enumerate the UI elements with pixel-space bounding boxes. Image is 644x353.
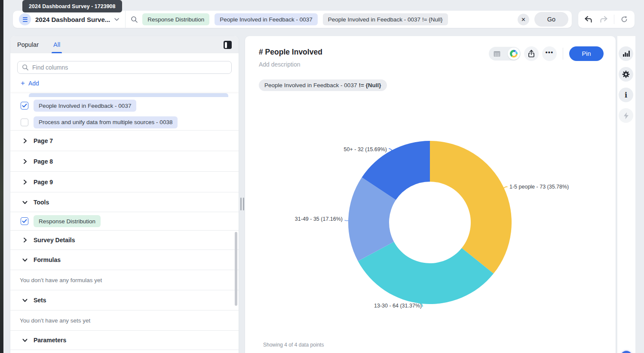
label-leader-line bbox=[344, 216, 350, 224]
chevron-right-icon bbox=[22, 237, 28, 243]
view-toggle bbox=[489, 47, 521, 61]
redo-icon[interactable] bbox=[598, 14, 609, 24]
panel-header: + Add bbox=[10, 53, 239, 92]
slice-label-1-5: 1-5 people - 73 (35.78%) bbox=[509, 184, 569, 190]
columns-panel: Popular All + Add People Inv bbox=[10, 36, 239, 353]
checkbox-unchecked[interactable] bbox=[21, 119, 28, 126]
toolbar-search[interactable]: Response Distribution People Involved in… bbox=[142, 13, 448, 25]
sidebar-section-parameters[interactable]: Parameters bbox=[10, 331, 239, 350]
chevron-right-icon bbox=[22, 159, 28, 164]
share-icon[interactable] bbox=[524, 46, 539, 61]
sidebar-section-formulas[interactable]: Formulas bbox=[10, 250, 239, 270]
formulas-empty-state: You don't have any formulas yet bbox=[10, 270, 239, 290]
checkbox-checked[interactable] bbox=[21, 102, 28, 110]
undo-icon[interactable] bbox=[583, 14, 594, 24]
column-row: Process and unify data from multiple sou… bbox=[10, 114, 239, 131]
chart-card: # People Involved Add description People… bbox=[245, 36, 616, 353]
workbook-title: 2024 Dashboard Surve... bbox=[35, 16, 110, 23]
right-rail: i bbox=[617, 36, 635, 353]
column-chip[interactable]: Response Distribution bbox=[34, 215, 101, 227]
toolbar-divider bbox=[563, 48, 563, 60]
chevron-down-icon bbox=[22, 298, 28, 303]
workbook-tooltip: 2024 Dashboard Survey - 1723908 bbox=[22, 0, 122, 12]
sidebar-section-page-8[interactable]: Page 8 bbox=[10, 151, 239, 172]
collapse-panel-icon[interactable] bbox=[224, 41, 232, 49]
desktop-edge bbox=[0, 0, 3, 353]
checkbox-checked[interactable] bbox=[21, 217, 28, 225]
add-column-button[interactable]: + Add bbox=[17, 74, 232, 92]
tab-all[interactable]: All bbox=[53, 36, 60, 53]
chart-title[interactable]: # People Involved bbox=[259, 48, 322, 57]
sidebar-section-sets[interactable]: Sets bbox=[10, 290, 239, 310]
find-columns-input[interactable] bbox=[32, 64, 227, 71]
column-chip[interactable]: People Involved in Feedback - 0037 bbox=[34, 100, 136, 112]
slice-label-50plus: 50+ - 32 (15.69%) bbox=[335, 146, 387, 152]
chevron-right-icon bbox=[22, 138, 28, 143]
bar-chart-icon[interactable] bbox=[619, 46, 633, 61]
panel-tabs: Popular All bbox=[10, 36, 239, 53]
slice-label-31-49: 31-49 - 35 (17.16%) bbox=[287, 216, 343, 222]
find-columns-box[interactable] bbox=[17, 61, 232, 74]
columns-list: People Involved in Feedback - 0037 Proce… bbox=[10, 97, 239, 353]
search-chip[interactable]: People Involved in Feedback - 0037 != {N… bbox=[323, 13, 448, 25]
sidebar-section-page-9[interactable]: Page 9 bbox=[10, 172, 239, 192]
slice-label-13-30: 13-30 - 64 (31.37%) bbox=[374, 303, 422, 309]
column-chip[interactable]: Process and unify data from multiple sou… bbox=[34, 116, 178, 128]
partially-scrolled-column-chip bbox=[29, 93, 228, 97]
tab-popular[interactable]: Popular bbox=[17, 36, 39, 53]
more-icon[interactable]: ••• bbox=[542, 46, 557, 61]
sidebar-section-survey-details[interactable]: Survey Details bbox=[10, 231, 239, 250]
donut-slice-1-5-people[interactable] bbox=[430, 141, 512, 274]
settings-gear-icon[interactable] bbox=[619, 67, 633, 82]
panel-resize-handle[interactable] bbox=[240, 198, 244, 210]
data-points-status: Showing 4 of 4 data points bbox=[263, 342, 324, 348]
chevron-down-icon bbox=[114, 18, 119, 21]
label-leader-line bbox=[419, 302, 424, 310]
add-label: Add bbox=[28, 80, 39, 87]
search-icon bbox=[131, 16, 138, 23]
search-chip[interactable]: People Involved in Feedback - 0037 bbox=[215, 13, 317, 25]
top-toolbar: 2024 Dashboard Surve... Response Distrib… bbox=[13, 11, 572, 28]
workbook-switcher[interactable]: 2024 Dashboard Surve... bbox=[13, 11, 125, 28]
column-row: People Involved in Feedback - 0037 bbox=[10, 97, 239, 114]
sets-empty-state: You don't have any sets yet bbox=[10, 310, 239, 331]
go-button[interactable]: Go bbox=[534, 12, 568, 27]
history-controls bbox=[578, 11, 635, 28]
sidebar-section-page-7[interactable]: Page 7 bbox=[10, 131, 239, 151]
donut-chart-icon[interactable] bbox=[508, 48, 520, 60]
column-row: Response Distribution bbox=[10, 212, 239, 231]
plus-icon: + bbox=[21, 79, 25, 87]
toolbar-divider bbox=[125, 11, 126, 28]
lightning-icon[interactable] bbox=[619, 108, 633, 123]
chart-toolbar: ••• Pin bbox=[489, 46, 604, 61]
clear-search-button[interactable]: ✕ bbox=[518, 14, 529, 25]
chevron-right-icon bbox=[22, 180, 28, 185]
workbook-tooltip-text: 2024 Dashboard Survey - 1723908 bbox=[29, 3, 116, 9]
info-icon[interactable]: i bbox=[619, 88, 633, 102]
sidebar-scrollbar[interactable] bbox=[235, 232, 237, 306]
filter-chip[interactable]: People Involved in Feedback - 0037 != {N… bbox=[259, 79, 387, 91]
chevron-down-icon bbox=[22, 338, 28, 343]
close-icon: ✕ bbox=[521, 16, 526, 23]
menu-icon[interactable] bbox=[19, 13, 31, 25]
donut-chart bbox=[348, 141, 512, 304]
refresh-icon[interactable] bbox=[619, 14, 629, 24]
table-view-icon[interactable] bbox=[489, 51, 505, 57]
add-description[interactable]: Add description bbox=[259, 61, 301, 68]
sidebar-section-tools[interactable]: Tools bbox=[10, 192, 239, 212]
label-leader-line bbox=[389, 147, 394, 155]
pin-button[interactable]: Pin bbox=[569, 46, 604, 61]
chevron-down-icon bbox=[22, 200, 28, 205]
label-leader-line bbox=[502, 185, 508, 192]
search-icon bbox=[22, 64, 29, 71]
nav-divider bbox=[614, 15, 614, 24]
chevron-down-icon bbox=[22, 257, 28, 262]
app-window: 2024 Dashboard Survey - 1723908 2024 Das… bbox=[0, 0, 644, 353]
search-chip[interactable]: Response Distribution bbox=[142, 13, 209, 25]
